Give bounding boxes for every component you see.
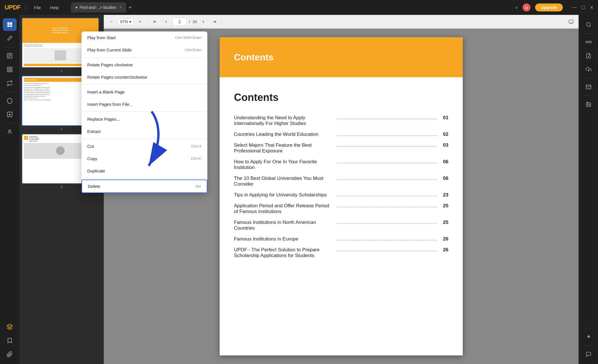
cm-insert-blank-label: Insert a Blank Page [87,89,125,94]
cm-rotate-cw[interactable]: Rotate Pages clockwise [82,59,207,71]
divider: | [25,5,27,11]
toc-num-5: 23 [440,192,448,198]
tool-sep-1 [5,47,15,47]
toc-num-8: 26 [440,236,448,242]
left-sidebar [0,15,19,364]
maximize-btn[interactable]: ☐ [581,5,585,10]
toc-dots-8 [337,240,437,240]
toolbar-sep-2 [222,18,222,25]
right-sep-5 [584,345,593,346]
cm-play-start-label: Play from Start [87,35,116,40]
cm-rotate-ccw[interactable]: Rotate Pages counterclockwise [82,71,207,83]
first-page-btn[interactable] [151,17,160,26]
last-page-btn[interactable] [210,17,219,26]
toc-dots-9 [337,251,437,251]
cm-sep-2 [82,84,207,85]
toc-num-0: 01 [440,115,448,121]
tab-title: Find-and-...r-Studies [80,5,116,10]
right-sep-3 [584,96,593,96]
tool-layers[interactable] [3,321,17,333]
toc-dots-0 [337,119,437,119]
tool-reader[interactable] [3,18,17,31]
pdf-toc: ContentsUnderstanding the Need to Apply … [220,77,463,278]
tab-current[interactable]: ▾ Find-and-...r-Studies × [71,2,126,13]
toc-text-5: Tips in Applying for University Scholars… [234,192,334,198]
cm-insert-file[interactable]: Insert Pages from File... [82,98,207,110]
minimize-btn[interactable]: — [572,5,577,10]
cm-cut[interactable]: Cut Ctrl+X [82,140,207,152]
right-tool-export[interactable] [582,63,595,76]
right-tool-ai[interactable]: ✦ [582,331,595,343]
upgrade-btn[interactable]: Upgrade [535,3,563,11]
cm-replace-label: Replace Pages... [87,117,120,122]
right-tool-chat[interactable] [582,348,595,361]
tool-stamp[interactable] [3,126,17,138]
cm-sep-1 [82,57,207,57]
new-tab-btn[interactable]: + [128,4,132,11]
close-btn[interactable]: ✕ [590,5,593,10]
cm-extract[interactable]: Extract [82,125,207,138]
cm-insert-blank[interactable]: Insert a Blank Page [82,86,207,98]
cm-play-current-label: Play from Current Slide [87,47,132,52]
svg-point-14 [9,130,11,132]
toc-text-0: Understanding the Need to Apply Internat… [234,115,334,126]
windows-dropdown-btn[interactable]: ∨ [515,5,518,10]
zoom-dropdown-icon: ▾ [129,19,131,24]
next-page-btn[interactable] [199,17,208,26]
toc-dots-4 [337,179,437,180]
prev-page-btn[interactable] [162,17,171,26]
cm-replace[interactable]: Replace Pages... [82,113,207,125]
right-tool-edit-doc[interactable] [582,49,595,62]
right-tool-mail[interactable] [582,81,595,93]
tool-extract[interactable] [3,108,17,121]
presentation-btn[interactable] [567,17,576,26]
tool-organize[interactable] [3,63,17,76]
cm-play-start[interactable]: Play from Start Ctrl+Shift+Enter [82,31,207,44]
svg-line-24 [589,26,591,27]
menu-help[interactable]: Help [47,4,62,11]
tool-paperclip[interactable] [3,348,17,361]
page-heading: Contents [234,52,274,63]
zoom-display[interactable]: 97% ▾ [118,18,134,25]
cm-copy-label: Copy [87,156,97,161]
toc-title: Contents [234,92,448,104]
toc-dots-6 [337,207,437,207]
right-tool-ocr[interactable]: OCR [582,36,595,48]
cm-play-current-shortcut: Ctrl+Enter [185,48,202,52]
toc-text-3: How to Apply For One In Your Favorite In… [234,159,334,170]
toc-item-6: Application Period and Offer Release Per… [234,203,448,214]
tab-close-btn[interactable]: × [120,5,122,9]
cm-play-current[interactable]: Play from Current Slide Ctrl+Enter [82,44,207,56]
tool-protect[interactable] [3,94,17,107]
cm-delete[interactable]: Delete Del [82,180,207,193]
app-logo: UPDF [5,4,21,11]
toc-num-9: 26 [440,247,448,253]
toc-text-7: Famous Institutions in North American Co… [234,220,334,231]
tool-sep-2 [5,92,15,92]
tool-annotate[interactable] [3,32,17,45]
cm-delete-shortcut: Del [195,184,201,188]
cm-duplicate-label: Duplicate [87,168,105,173]
cm-copy[interactable]: Copy Ctrl+C [82,152,207,165]
toc-item-3: How to Apply For One In Your Favorite In… [234,159,448,170]
cm-cut-label: Cut [87,144,94,149]
svg-rect-10 [7,70,9,72]
tool-edit[interactable] [3,49,17,62]
tool-convert[interactable] [3,77,17,89]
tool-bookmark[interactable] [3,334,17,347]
toc-text-1: Countries Leading the World Education [234,132,334,137]
titlebar: UPDF | File Help ▾ Find-and-...r-Studies… [0,0,598,15]
toolbar-sep-1 [148,18,148,25]
menu-file[interactable]: File [31,4,44,11]
toc-item-0: Understanding the Need to Apply Internat… [234,115,448,126]
right-tool-search[interactable] [582,18,595,31]
zoom-in-btn[interactable]: + [136,17,145,26]
right-tool-save-cloud[interactable] [582,98,595,111]
user-avatar[interactable]: U [522,3,531,11]
cm-duplicate[interactable]: Duplicate [82,165,207,177]
zoom-out-btn[interactable]: − [107,17,116,26]
cm-sep-3 [82,112,207,112]
page-number-input[interactable] [172,18,187,26]
toc-num-3: 06 [440,159,448,165]
toc-text-8: Famous Institutions in Europe [234,236,334,242]
